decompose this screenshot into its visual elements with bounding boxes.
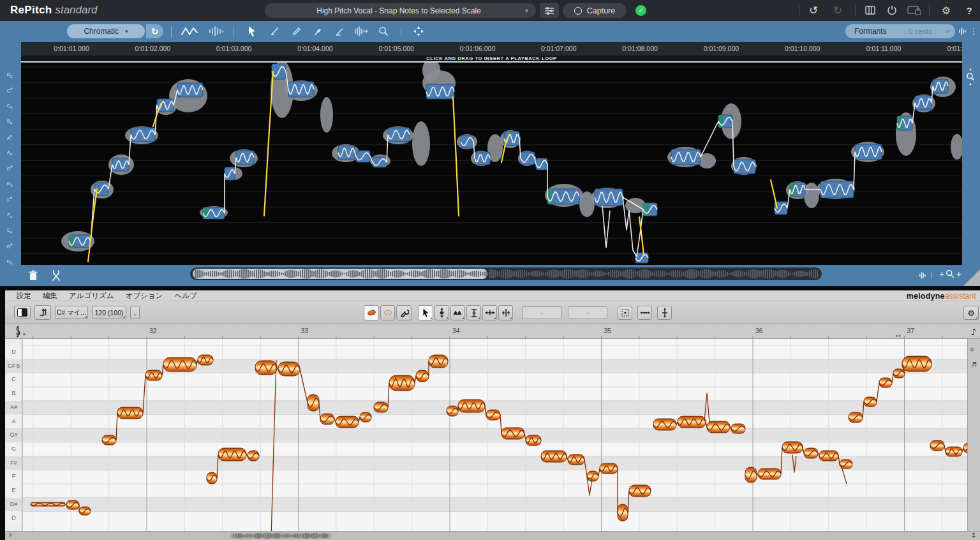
view-menu-button-bottom[interactable]: ⋮ xyxy=(929,270,934,280)
note-drift-handle[interactable] xyxy=(718,115,724,128)
vertical-zoom-button[interactable] xyxy=(963,66,977,88)
help-button[interactable]: ? xyxy=(963,3,975,17)
panels-button[interactable] xyxy=(864,4,877,16)
note-label: F4 xyxy=(0,212,19,219)
pitch-row-label: F xyxy=(5,470,22,484)
timeline-overview-waveform[interactable] xyxy=(5,532,980,540)
menu-item-options[interactable]: オプション xyxy=(126,291,163,301)
zoom-tool[interactable] xyxy=(375,24,392,39)
note-drift-handle[interactable] xyxy=(897,116,903,130)
pitch-row xyxy=(23,428,967,442)
metronome-button[interactable]: . xyxy=(130,306,140,319)
undo-button[interactable]: ↺ xyxy=(806,3,820,17)
resize-handle[interactable] xyxy=(963,269,980,286)
view-menu-button[interactable]: ⋮ xyxy=(970,25,977,38)
vertical-spread-button[interactable] xyxy=(657,306,672,320)
note-label: C# xyxy=(0,87,19,94)
main-tool-button[interactable] xyxy=(364,305,379,320)
pitch-editor-canvas[interactable] xyxy=(21,63,962,265)
note-outline-icon xyxy=(384,310,392,315)
nib-pen-tool[interactable] xyxy=(310,24,327,39)
waveform-toggle[interactable] xyxy=(207,25,227,38)
preset-settings-button[interactable] xyxy=(540,3,559,18)
formants-value[interactable]: 0 cents xyxy=(895,27,945,35)
window-lock-button[interactable] xyxy=(906,4,923,16)
melodyne-editor-canvas[interactable] xyxy=(0,339,980,531)
horizontal-zoom-button[interactable]: + + xyxy=(939,269,961,278)
pitch-drift-blob xyxy=(320,97,333,133)
delete-button[interactable] xyxy=(26,268,41,283)
capture-label: Capture xyxy=(587,6,615,15)
menu-item-algorithm[interactable]: アルゴリズム xyxy=(69,291,114,301)
cursor-tool[interactable] xyxy=(244,24,260,39)
time-ruler[interactable]: 0:01:01.0000:01:02.0000:01:03.0000:01:04… xyxy=(21,42,962,56)
scale-select[interactable]: Chromatic ▾ xyxy=(67,24,145,38)
pitch-row xyxy=(23,345,967,359)
horizontal-spread-button[interactable] xyxy=(637,306,652,320)
scale-display-icon[interactable]: ♬ xyxy=(971,361,977,368)
key-select[interactable]: C# マイ... xyxy=(55,306,88,319)
melodyne-window: 設定編集アルゴリズムオプションヘルプ melodyneassistant C# … xyxy=(0,286,980,540)
arrow-tool-button[interactable] xyxy=(418,305,433,320)
formants-toggle[interactable]: Formants xyxy=(845,27,895,36)
vibrato-tool-button[interactable] xyxy=(450,305,465,320)
menu-item-edit[interactable]: 編集 xyxy=(43,291,57,301)
bottom-updown-icon[interactable]: ↕ xyxy=(971,532,976,539)
playback-loop-bar[interactable]: CLICK AND DRAG TO INSERT A PLAYBACK LOOP xyxy=(21,56,962,63)
pitch-row xyxy=(23,484,967,498)
note-label: C5 xyxy=(0,103,19,110)
key-label: C# マイ... xyxy=(57,308,87,317)
pitch-tool-button[interactable] xyxy=(434,305,449,320)
note-outline-tool-button[interactable] xyxy=(380,305,395,320)
redo-button[interactable]: ↻ xyxy=(831,3,845,17)
waveform-view-button-bottom[interactable] xyxy=(917,270,928,280)
formants-control: Formants 0 cents ▴▾ xyxy=(845,24,955,38)
split-note-button[interactable] xyxy=(48,268,64,283)
note-label: A4 xyxy=(0,149,19,156)
formant-tool-button[interactable] xyxy=(466,305,481,320)
logo-sub: assistant xyxy=(945,292,976,301)
repitch-header: RePitch standard High Pitch Vocal - Snap… xyxy=(0,0,980,21)
note-assignment-button[interactable] xyxy=(34,305,51,320)
melodyne-menubar: 設定編集アルゴリズムオプションヘルプ melodyneassistant xyxy=(5,290,980,301)
retune-tool[interactable] xyxy=(352,24,370,39)
time-ruler-label: 0:01:10.000 xyxy=(785,45,820,52)
key-signature-icon[interactable]: ♯♯ xyxy=(970,347,973,353)
note-drift-handle[interactable] xyxy=(643,203,649,216)
waveform-view-button[interactable] xyxy=(957,25,969,38)
sidebar-toggle-button[interactable] xyxy=(14,306,31,319)
horizontal-scrollbar[interactable] xyxy=(190,267,822,280)
time-ruler-label: 0:01:01.000 xyxy=(54,45,89,52)
waveform-icon xyxy=(209,26,225,36)
move-tool[interactable] xyxy=(410,24,427,39)
divider xyxy=(929,5,930,15)
line-pen-tool[interactable] xyxy=(332,24,348,39)
formant-stepper-icon[interactable]: ▴▾ xyxy=(946,29,950,33)
arrow-tool-icon xyxy=(422,308,430,318)
value-field-2[interactable]: - xyxy=(568,306,607,319)
capture-button[interactable]: Capture xyxy=(563,3,627,18)
timing-tool-button[interactable] xyxy=(482,305,497,320)
pen-tool[interactable] xyxy=(267,24,283,39)
menu-item-help[interactable]: ヘルプ xyxy=(174,291,197,301)
value-field-1[interactable]: - xyxy=(522,306,561,319)
bar-ruler[interactable]: ▾ ▸◂ ♪ 323334353637 xyxy=(5,324,980,339)
pencil-tool[interactable] xyxy=(288,24,305,39)
tempo-display[interactable]: 120 (100) xyxy=(92,306,126,319)
waveform-small-icon xyxy=(919,271,927,280)
settings-gear-button[interactable]: ⚙ xyxy=(963,306,979,320)
menu-item-settings[interactable]: 設定 xyxy=(17,291,31,301)
bypass-power-button[interactable] xyxy=(886,4,898,17)
pitch-row xyxy=(23,498,967,512)
auto-scroll-button[interactable] xyxy=(618,306,632,320)
note-drift-handle[interactable] xyxy=(790,183,796,197)
pitch-curve-toggle[interactable] xyxy=(179,25,200,38)
edited-pitch-curve xyxy=(264,71,273,216)
wrench-tool-button[interactable] xyxy=(396,305,412,320)
divider xyxy=(855,5,856,15)
pitch-row xyxy=(23,387,967,401)
note-separation-tool-button[interactable] xyxy=(498,305,513,320)
settings-button[interactable]: ⚙ xyxy=(939,3,953,17)
scale-refresh-button[interactable]: ↻ xyxy=(146,24,163,38)
preset-select[interactable]: High Pitch Vocal - Snap Notes to Selecte… xyxy=(265,3,536,18)
